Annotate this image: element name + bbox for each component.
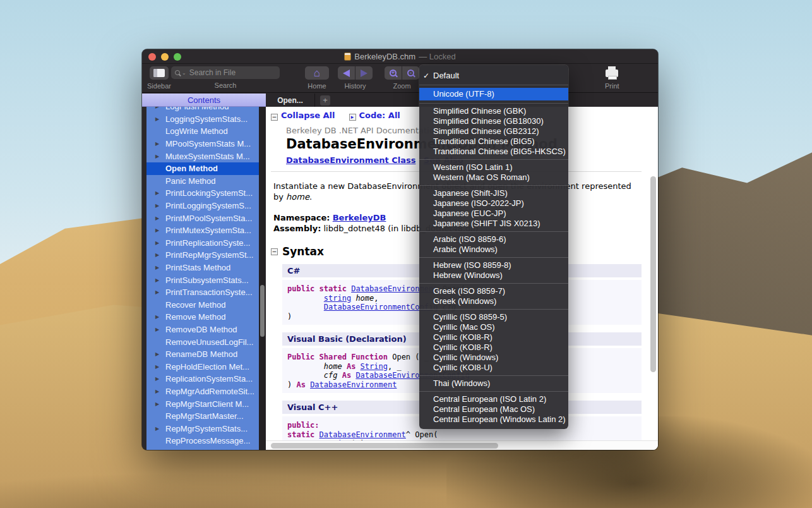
menu-item[interactable]: Tranditional Chinese (BIG5-HKSCS) xyxy=(419,147,568,157)
zoom-in-button[interactable]: + xyxy=(385,66,402,80)
sidebar-item[interactable]: ▶MutexSystemStats M... xyxy=(146,150,259,162)
sidebar-item[interactable]: LogWrite Method xyxy=(146,125,259,138)
menu-item[interactable]: Cyrillic (KOI8-U) xyxy=(419,363,568,373)
menu-item[interactable]: Unicode (UTF-8) xyxy=(419,88,568,100)
disclosure-triangle-icon[interactable]: ▶ xyxy=(155,389,165,394)
disclosure-triangle-icon[interactable]: ▶ xyxy=(155,289,165,295)
disclosure-triangle-icon[interactable]: ▶ xyxy=(155,277,165,283)
home-button[interactable]: ⌂ xyxy=(305,66,329,80)
sidebar-item[interactable]: RepProcessMessage... xyxy=(146,435,259,447)
code-filter-link[interactable]: ▸Code: All xyxy=(349,111,400,121)
menu-item[interactable]: Hebrew (ISO 8859-8) xyxy=(419,260,568,270)
close-button[interactable] xyxy=(148,53,156,61)
menu-item[interactable]: Western (Mac OS Roman) xyxy=(419,172,568,183)
sidebar-item[interactable]: ▶PrintSubsystemStats... xyxy=(146,274,259,286)
sidebar-scrollbar-thumb[interactable] xyxy=(260,285,265,337)
sidebar-item[interactable]: ▶PrintRepMgrSystemSt... xyxy=(146,249,259,262)
sidebar-item[interactable]: RepMgrStartMaster... xyxy=(146,410,259,423)
disclosure-triangle-icon[interactable]: ▶ xyxy=(155,203,165,209)
minimize-button[interactable] xyxy=(161,53,169,61)
forward-button[interactable] xyxy=(355,66,373,80)
disclosure-triangle-icon[interactable]: ▶ xyxy=(155,265,165,270)
code-link[interactable]: string xyxy=(324,294,351,303)
menu-item[interactable]: Western (ISO Latin 1) xyxy=(419,162,568,172)
disclosure-triangle-icon[interactable]: ▶ xyxy=(155,351,165,357)
print-button[interactable] xyxy=(606,66,618,80)
menu-item[interactable]: Japanese (SHIFT JIS X0213) xyxy=(419,219,568,229)
sidebar-item[interactable]: ▶Remove Method xyxy=(146,311,259,324)
sidebar-item[interactable]: ▶RepHoldElection Met... xyxy=(146,360,259,373)
menu-item[interactable]: Cyrillic (KOI8-R) xyxy=(419,332,568,342)
add-tab-button[interactable]: + xyxy=(320,95,330,106)
disclosure-triangle-icon[interactable]: ▶ xyxy=(155,327,165,332)
menu-item[interactable]: Central European (Mac OS) xyxy=(419,404,568,414)
disclosure-triangle-icon[interactable]: ▶ xyxy=(155,376,165,382)
vertical-scrollbar-thumb[interactable] xyxy=(650,176,656,372)
search-field[interactable]: ⌄ xyxy=(171,66,280,79)
sidebar-item[interactable]: ▶RepMgrStartClient M... xyxy=(146,397,259,410)
menu-item[interactable]: Simplified Chinese (GB18030) xyxy=(419,116,568,126)
disclosure-triangle-icon[interactable]: ▶ xyxy=(155,141,165,147)
sidebar-item[interactable]: ▶PrintLoggingSystemS... xyxy=(146,200,259,212)
code-link[interactable]: DatabaseEnvironment xyxy=(319,430,406,439)
zoom-out-button[interactable]: - xyxy=(402,66,419,80)
tab-open[interactable]: Open... xyxy=(266,94,315,107)
disclosure-triangle-icon[interactable]: ▶ xyxy=(155,314,165,320)
sidebar-item[interactable]: RemoveUnusedLogFil... xyxy=(146,336,259,348)
disclosure-triangle-icon[interactable]: ▶ xyxy=(155,240,165,246)
class-link[interactable]: DatabaseEnvironment Class xyxy=(286,155,415,165)
code-link[interactable]: String xyxy=(361,362,388,371)
sidebar-item[interactable]: ▶LoggingSystemStats... xyxy=(146,113,259,126)
sidebar-item[interactable]: ▶MPoolSystemStats M... xyxy=(146,138,259,150)
back-button[interactable] xyxy=(338,66,355,80)
sidebar-item[interactable]: Panic Method xyxy=(146,175,259,188)
titlebar[interactable]: BerkeleyDB.chm — Locked xyxy=(142,49,658,64)
menu-item[interactable]: Tranditional Chinese (BIG5) xyxy=(419,136,568,147)
menu-item[interactable]: Japanese (Shift-JIS) xyxy=(419,188,568,198)
sidebar-item[interactable]: ▶PrintStats Method xyxy=(146,262,259,274)
menu-item[interactable]: Simplified Chinese (GBK) xyxy=(419,106,568,116)
menu-item[interactable]: Japanese (EUC-JP) xyxy=(419,209,568,219)
menu-item[interactable]: Greek (ISO 8859-7) xyxy=(419,286,568,296)
sidebar-item[interactable]: ▶LogFlush Method xyxy=(146,107,259,113)
menu-item[interactable]: Central European (ISO Latin 2) xyxy=(419,394,568,404)
sidebar-scrollbar[interactable] xyxy=(259,107,266,450)
contents-header[interactable]: Contents xyxy=(142,94,266,107)
menu-item[interactable]: Cyrillic (ISO 8859-5) xyxy=(419,312,568,322)
zoom-window-button[interactable] xyxy=(174,53,181,61)
sidebar-item[interactable]: Open Method xyxy=(146,162,259,175)
disclosure-triangle-icon[interactable]: ▶ xyxy=(155,116,165,122)
contents-tree[interactable]: ▶LogFlush Method▶LoggingSystemStats...Lo… xyxy=(146,107,259,450)
disclosure-triangle-icon[interactable]: ▶ xyxy=(155,401,165,407)
menu-item[interactable]: Cyrillic (KOI8-R) xyxy=(419,342,568,353)
menu-item[interactable]: Cyrillic (Windows) xyxy=(419,353,568,363)
namespace-link[interactable]: BerkeleyDB xyxy=(333,213,386,222)
sidebar-toggle-button[interactable] xyxy=(150,66,169,80)
menu-item[interactable]: Simplified Chinese (GB2312) xyxy=(419,126,568,136)
menu-item[interactable]: Japanese (ISO-2022-JP) xyxy=(419,198,568,209)
menu-item[interactable]: ✓Default xyxy=(419,70,568,82)
menu-item[interactable]: Hebrew (Windows) xyxy=(419,270,568,281)
sidebar-item[interactable]: ▶ReplicationSystemSta... xyxy=(146,373,259,385)
sidebar-item[interactable]: ▶RepMgrAddRemoteSit... xyxy=(146,385,259,398)
disclosure-triangle-icon[interactable]: ▶ xyxy=(155,252,165,258)
sidebar-item[interactable]: ▶RemoveDB Method xyxy=(146,324,259,336)
menu-item[interactable]: Thai (Windows) xyxy=(419,378,568,389)
sidebar-item[interactable]: ▶PrintMPoolSystemSta... xyxy=(146,212,259,224)
menu-item[interactable]: Greek (Windows) xyxy=(419,296,568,306)
collapse-section-icon[interactable]: − xyxy=(271,248,278,255)
search-input[interactable] xyxy=(189,68,265,77)
sidebar-item[interactable]: ▶PrintTransactionSyste... xyxy=(146,286,259,299)
disclosure-triangle-icon[interactable]: ▶ xyxy=(155,107,165,109)
code-link[interactable]: DatabaseEnvironment xyxy=(310,380,397,389)
menu-item[interactable]: Arabic (ISO 8859-6) xyxy=(419,234,568,245)
disclosure-triangle-icon[interactable]: ▶ xyxy=(155,215,165,221)
disclosure-triangle-icon[interactable]: ▶ xyxy=(155,364,165,370)
collapse-all-link[interactable]: −Collapse All xyxy=(271,111,335,121)
menu-item[interactable]: Arabic (Windows) xyxy=(419,245,568,255)
disclosure-triangle-icon[interactable]: ▶ xyxy=(155,227,165,233)
sidebar-item[interactable]: Recover Method xyxy=(146,299,259,311)
menu-item[interactable]: Cyrillic (Mac OS) xyxy=(419,322,568,332)
disclosure-triangle-icon[interactable]: ▶ xyxy=(155,154,165,159)
horizontal-scrollbar-thumb[interactable] xyxy=(271,443,498,449)
